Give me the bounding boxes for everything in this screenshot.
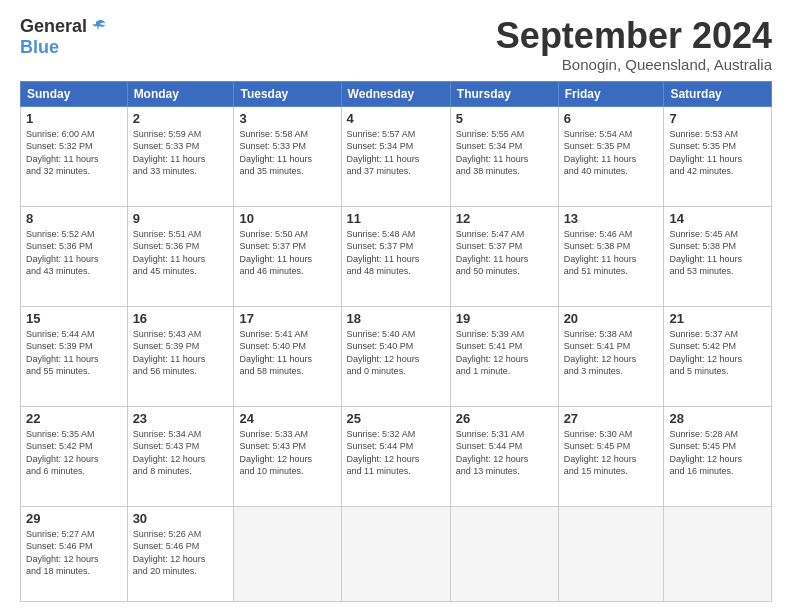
table-row: 21Sunrise: 5:37 AM Sunset: 5:42 PM Dayli…: [664, 306, 772, 406]
day-number: 28: [669, 411, 766, 426]
day-number: 18: [347, 311, 445, 326]
table-row: 4Sunrise: 5:57 AM Sunset: 5:34 PM Daylig…: [341, 106, 450, 206]
day-number: 16: [133, 311, 229, 326]
day-info: Sunrise: 5:28 AM Sunset: 5:45 PM Dayligh…: [669, 428, 766, 478]
table-row: 26Sunrise: 5:31 AM Sunset: 5:44 PM Dayli…: [450, 406, 558, 506]
day-number: 15: [26, 311, 122, 326]
header-saturday: Saturday: [664, 81, 772, 106]
day-number: 5: [456, 111, 553, 126]
title-section: September 2024 Bonogin, Queensland, Aust…: [496, 16, 772, 73]
day-number: 2: [133, 111, 229, 126]
day-info: Sunrise: 5:26 AM Sunset: 5:46 PM Dayligh…: [133, 528, 229, 578]
table-row: 15Sunrise: 5:44 AM Sunset: 5:39 PM Dayli…: [21, 306, 128, 406]
day-info: Sunrise: 5:57 AM Sunset: 5:34 PM Dayligh…: [347, 128, 445, 178]
day-number: 30: [133, 511, 229, 526]
day-number: 25: [347, 411, 445, 426]
location-subtitle: Bonogin, Queensland, Australia: [496, 56, 772, 73]
day-number: 14: [669, 211, 766, 226]
day-info: Sunrise: 5:48 AM Sunset: 5:37 PM Dayligh…: [347, 228, 445, 278]
day-number: 20: [564, 311, 659, 326]
table-row: 28Sunrise: 5:28 AM Sunset: 5:45 PM Dayli…: [664, 406, 772, 506]
day-info: Sunrise: 5:55 AM Sunset: 5:34 PM Dayligh…: [456, 128, 553, 178]
calendar-week-row: 15Sunrise: 5:44 AM Sunset: 5:39 PM Dayli…: [21, 306, 772, 406]
day-number: 4: [347, 111, 445, 126]
table-row: 30Sunrise: 5:26 AM Sunset: 5:46 PM Dayli…: [127, 506, 234, 601]
logo-general-text: General: [20, 16, 87, 37]
table-row: 19Sunrise: 5:39 AM Sunset: 5:41 PM Dayli…: [450, 306, 558, 406]
day-number: 22: [26, 411, 122, 426]
table-row: 17Sunrise: 5:41 AM Sunset: 5:40 PM Dayli…: [234, 306, 341, 406]
table-row: 9Sunrise: 5:51 AM Sunset: 5:36 PM Daylig…: [127, 206, 234, 306]
table-row: 25Sunrise: 5:32 AM Sunset: 5:44 PM Dayli…: [341, 406, 450, 506]
day-info: Sunrise: 5:51 AM Sunset: 5:36 PM Dayligh…: [133, 228, 229, 278]
day-info: Sunrise: 5:53 AM Sunset: 5:35 PM Dayligh…: [669, 128, 766, 178]
day-number: 19: [456, 311, 553, 326]
day-number: 23: [133, 411, 229, 426]
day-number: 27: [564, 411, 659, 426]
table-row: 1Sunrise: 6:00 AM Sunset: 5:32 PM Daylig…: [21, 106, 128, 206]
day-number: 1: [26, 111, 122, 126]
day-info: Sunrise: 5:32 AM Sunset: 5:44 PM Dayligh…: [347, 428, 445, 478]
day-info: Sunrise: 5:33 AM Sunset: 5:43 PM Dayligh…: [239, 428, 335, 478]
day-info: Sunrise: 5:35 AM Sunset: 5:42 PM Dayligh…: [26, 428, 122, 478]
day-info: Sunrise: 5:31 AM Sunset: 5:44 PM Dayligh…: [456, 428, 553, 478]
table-row: 23Sunrise: 5:34 AM Sunset: 5:43 PM Dayli…: [127, 406, 234, 506]
table-row: 16Sunrise: 5:43 AM Sunset: 5:39 PM Dayli…: [127, 306, 234, 406]
month-title: September 2024: [496, 16, 772, 56]
header-wednesday: Wednesday: [341, 81, 450, 106]
table-row: [450, 506, 558, 601]
day-info: Sunrise: 5:39 AM Sunset: 5:41 PM Dayligh…: [456, 328, 553, 378]
day-info: Sunrise: 5:40 AM Sunset: 5:40 PM Dayligh…: [347, 328, 445, 378]
header-sunday: Sunday: [21, 81, 128, 106]
day-info: Sunrise: 5:50 AM Sunset: 5:37 PM Dayligh…: [239, 228, 335, 278]
calendar-week-row: 8Sunrise: 5:52 AM Sunset: 5:36 PM Daylig…: [21, 206, 772, 306]
day-info: Sunrise: 5:52 AM Sunset: 5:36 PM Dayligh…: [26, 228, 122, 278]
day-number: 24: [239, 411, 335, 426]
table-row: 8Sunrise: 5:52 AM Sunset: 5:36 PM Daylig…: [21, 206, 128, 306]
day-number: 12: [456, 211, 553, 226]
table-row: 18Sunrise: 5:40 AM Sunset: 5:40 PM Dayli…: [341, 306, 450, 406]
day-info: Sunrise: 5:59 AM Sunset: 5:33 PM Dayligh…: [133, 128, 229, 178]
day-info: Sunrise: 5:44 AM Sunset: 5:39 PM Dayligh…: [26, 328, 122, 378]
table-row: 5Sunrise: 5:55 AM Sunset: 5:34 PM Daylig…: [450, 106, 558, 206]
day-info: Sunrise: 5:43 AM Sunset: 5:39 PM Dayligh…: [133, 328, 229, 378]
table-row: 2Sunrise: 5:59 AM Sunset: 5:33 PM Daylig…: [127, 106, 234, 206]
day-number: 8: [26, 211, 122, 226]
table-row: 13Sunrise: 5:46 AM Sunset: 5:38 PM Dayli…: [558, 206, 664, 306]
day-number: 17: [239, 311, 335, 326]
table-row: 24Sunrise: 5:33 AM Sunset: 5:43 PM Dayli…: [234, 406, 341, 506]
table-row: [234, 506, 341, 601]
day-number: 10: [239, 211, 335, 226]
table-row: 22Sunrise: 5:35 AM Sunset: 5:42 PM Dayli…: [21, 406, 128, 506]
table-row: 6Sunrise: 5:54 AM Sunset: 5:35 PM Daylig…: [558, 106, 664, 206]
table-row: [558, 506, 664, 601]
header: General Blue September 2024 Bonogin, Que…: [20, 16, 772, 73]
logo-blue-text: Blue: [20, 37, 59, 58]
calendar-week-row: 29Sunrise: 5:27 AM Sunset: 5:46 PM Dayli…: [21, 506, 772, 601]
header-tuesday: Tuesday: [234, 81, 341, 106]
table-row: 7Sunrise: 5:53 AM Sunset: 5:35 PM Daylig…: [664, 106, 772, 206]
table-row: 14Sunrise: 5:45 AM Sunset: 5:38 PM Dayli…: [664, 206, 772, 306]
day-info: Sunrise: 5:47 AM Sunset: 5:37 PM Dayligh…: [456, 228, 553, 278]
day-info: Sunrise: 5:34 AM Sunset: 5:43 PM Dayligh…: [133, 428, 229, 478]
calendar-week-row: 1Sunrise: 6:00 AM Sunset: 5:32 PM Daylig…: [21, 106, 772, 206]
day-number: 3: [239, 111, 335, 126]
calendar-week-row: 22Sunrise: 5:35 AM Sunset: 5:42 PM Dayli…: [21, 406, 772, 506]
logo-bird-icon: [89, 18, 107, 36]
day-info: Sunrise: 6:00 AM Sunset: 5:32 PM Dayligh…: [26, 128, 122, 178]
day-info: Sunrise: 5:58 AM Sunset: 5:33 PM Dayligh…: [239, 128, 335, 178]
day-info: Sunrise: 5:54 AM Sunset: 5:35 PM Dayligh…: [564, 128, 659, 178]
logo: General Blue: [20, 16, 107, 58]
day-info: Sunrise: 5:27 AM Sunset: 5:46 PM Dayligh…: [26, 528, 122, 578]
day-number: 7: [669, 111, 766, 126]
page: General Blue September 2024 Bonogin, Que…: [0, 0, 792, 612]
day-info: Sunrise: 5:38 AM Sunset: 5:41 PM Dayligh…: [564, 328, 659, 378]
table-row: 10Sunrise: 5:50 AM Sunset: 5:37 PM Dayli…: [234, 206, 341, 306]
day-info: Sunrise: 5:30 AM Sunset: 5:45 PM Dayligh…: [564, 428, 659, 478]
day-number: 9: [133, 211, 229, 226]
header-friday: Friday: [558, 81, 664, 106]
day-info: Sunrise: 5:41 AM Sunset: 5:40 PM Dayligh…: [239, 328, 335, 378]
table-row: 29Sunrise: 5:27 AM Sunset: 5:46 PM Dayli…: [21, 506, 128, 601]
table-row: 3Sunrise: 5:58 AM Sunset: 5:33 PM Daylig…: [234, 106, 341, 206]
calendar-header-row: Sunday Monday Tuesday Wednesday Thursday…: [21, 81, 772, 106]
